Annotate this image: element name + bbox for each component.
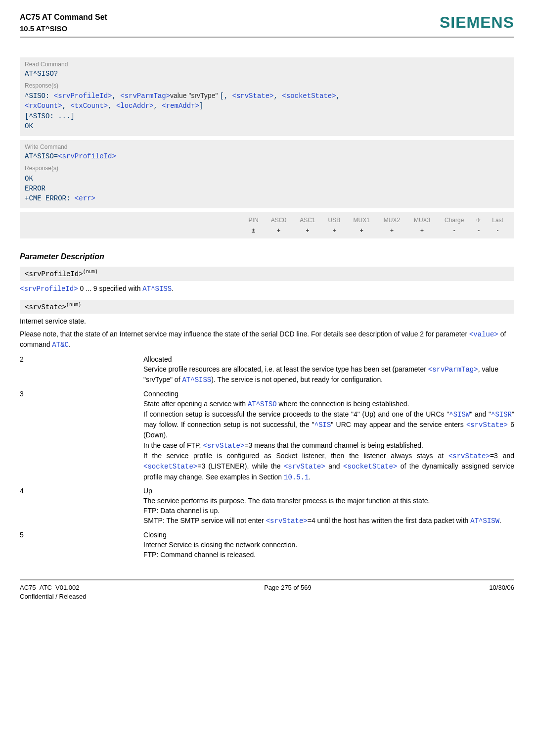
read-command-text: AT^SISO? — [25, 69, 509, 79]
open-br: [ — [220, 92, 223, 100]
footer-conf: Confidential / Released — [20, 592, 86, 601]
section-title: 10.5 AT^SISO — [20, 24, 107, 34]
param-srvstate-name: <srvState> — [25, 303, 66, 311]
col-asc0: ASC0 — [264, 215, 293, 225]
col-usb: USB — [322, 215, 346, 225]
param-srvprofileid-text: 0 ... 9 specified with — [78, 284, 143, 292]
resp-prefix: ^SISO: — [25, 92, 54, 100]
state-key-3: 3 — [20, 387, 143, 484]
s3-at1: AT^SISO — [248, 400, 277, 408]
s2-at: AT^SISS — [182, 376, 211, 384]
s5-p2: FTP: Command channel is released. — [143, 550, 514, 560]
airplane-icon: ✈ — [476, 217, 481, 224]
val-plane: - — [471, 226, 486, 236]
s3-p4d: and — [325, 462, 343, 470]
state-table: 2 Allocated Service profile resources ar… — [20, 353, 514, 562]
val-asc1: + — [293, 226, 322, 236]
tag-rxcount: <rxCount> — [25, 102, 62, 110]
write-cme-tag: <err> — [75, 194, 95, 202]
s3-p2d: " URC may appear and the service enters — [331, 421, 466, 428]
s3-urc2: ^SISR — [491, 411, 512, 419]
resp-cont: [^SISO: ...] — [25, 112, 75, 120]
intro-value-tag: <value> — [469, 331, 498, 338]
s3-p3b: =3 means that the command channel is bei… — [244, 441, 423, 449]
state-key-4: 4 — [20, 484, 143, 528]
tag-socketstate: <socketState> — [282, 92, 336, 100]
col-mux2: MUX2 — [377, 215, 407, 225]
read-response-label: Response(s) — [25, 82, 509, 90]
footer-doc-id: AC75_ATC_V01.002 — [20, 583, 86, 592]
s3-urc1: ^SISW — [449, 411, 470, 419]
s3-ss1: <srvState> — [466, 421, 508, 429]
state-body-3: Connecting State after opening a service… — [143, 387, 514, 484]
compat-table: PIN ASC0 ASC1 USB MUX1 MUX2 MUX3 Charge … — [25, 215, 509, 235]
col-mux1: MUX1 — [347, 215, 377, 225]
s3-sock2: <socketState> — [343, 463, 397, 471]
write-ok: OK — [25, 175, 33, 183]
state-desc-2: Service profile resources are allocated,… — [143, 364, 514, 385]
s3-p2a: If connection setup is successful the se… — [143, 410, 449, 418]
s2-p1a: Service profile resources are allocated,… — [143, 365, 428, 373]
comma-2: , — [224, 92, 232, 100]
resp-ok: OK — [25, 122, 33, 130]
write-cme-prefix: +CME ERROR: — [25, 194, 75, 202]
footer-page: Page 275 of 569 — [264, 583, 311, 601]
s2-p1c: ). The service is not opened, but ready … — [211, 376, 383, 383]
val-usb: + — [322, 226, 346, 236]
compat-spacer-v — [25, 226, 243, 236]
value-label: value "srvType" — [170, 92, 220, 99]
s3-ss4: <srvState> — [284, 463, 325, 471]
val-mux1: + — [347, 226, 377, 236]
s3-p4a: If the service profile is configured as … — [143, 452, 448, 460]
write-cmd-prefix: AT^SISO= — [25, 152, 58, 160]
s3-p1a: State after opening a service with — [143, 400, 248, 408]
val-pin: ± — [243, 226, 264, 236]
comma-4: , — [336, 92, 340, 100]
val-mux3: + — [407, 226, 437, 236]
s4-p3: SMTP: The SMTP service will not enter <s… — [143, 516, 514, 526]
footer-left: AC75_ATC_V01.002 Confidential / Released — [20, 583, 86, 601]
col-asc1: ASC1 — [293, 215, 322, 225]
s3-dot: . — [309, 473, 311, 481]
s4-at: AT^SISW — [470, 517, 499, 525]
s3-p2: If connection setup is successful the se… — [143, 409, 514, 440]
header-left: AC75 AT Command Set 10.5 AT^SISO — [20, 12, 107, 34]
state-title-2: Allocated — [143, 355, 514, 364]
s4-ss: <srvState> — [266, 517, 308, 525]
param-srvprofileid-name: <srvProfileId> — [25, 270, 83, 278]
write-cmd-tag: <srvProfileId> — [58, 152, 116, 160]
brand-logo: SIEMENS — [440, 12, 514, 33]
read-command-label: Read Command — [25, 60, 509, 68]
comma-5: , — [62, 102, 71, 110]
s3-p1b: where the connection is being establishe… — [277, 400, 409, 408]
close-br: ] — [199, 102, 203, 110]
s3-p4b: =3 and — [490, 452, 514, 460]
col-last: Last — [486, 215, 509, 225]
comma-3: , — [274, 92, 282, 100]
compat-spacer-h — [25, 215, 243, 225]
val-charge: - — [437, 226, 471, 236]
state-row-4: 4 Up The service performs its purpose. T… — [20, 484, 514, 528]
tag-srvstate: <srvState> — [232, 92, 274, 100]
state-row-2: 2 Allocated Service profile resources ar… — [20, 353, 514, 387]
comma-7: , — [154, 102, 162, 110]
param-srvprofileid-tag: <srvProfileId> — [20, 285, 78, 293]
intro-dot: . — [69, 340, 71, 348]
doc-title: AC75 AT Command Set — [20, 12, 107, 23]
s4-p3b: =4 until the host has written the first … — [308, 517, 471, 524]
s3-p3: In the case of FTP, <srvState>=3 means t… — [143, 440, 514, 451]
s3-p1: State after opening a service with AT^SI… — [143, 399, 514, 409]
param-desc-heading: Parameter Description — [20, 251, 514, 262]
tag-srvprofileid: <srvProfileId> — [54, 92, 112, 100]
val-asc0: + — [264, 226, 293, 236]
param-srvprofileid-at: AT^SISS — [142, 285, 172, 293]
state-title-5: Closing — [143, 530, 514, 540]
s2-tag1: <srvParmTag> — [428, 366, 478, 374]
page-header: AC75 AT Command Set 10.5 AT^SISO SIEMENS — [20, 12, 514, 38]
read-response-body: ^SISO: <srvProfileId>, <srvParmTag>value… — [25, 91, 509, 131]
write-command-label: Write Command — [25, 143, 509, 151]
s4-p1: The service performs its purpose. The da… — [143, 496, 514, 506]
param-srvstate-sup: (num) — [66, 302, 81, 308]
s4-dot: . — [499, 517, 501, 524]
footer-date: 10/30/06 — [489, 583, 514, 601]
